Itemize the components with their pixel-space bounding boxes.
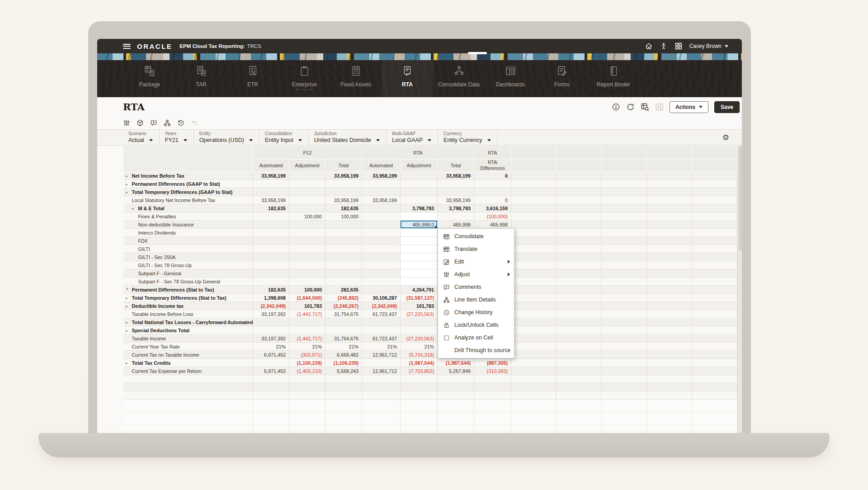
cell[interactable]: (2,240,267): [326, 302, 362, 310]
cell[interactable]: [253, 318, 289, 326]
cell[interactable]: [123, 375, 253, 383]
cell[interactable]: [474, 375, 511, 383]
cell[interactable]: 465,998.0: [401, 221, 438, 229]
cell[interactable]: [253, 188, 289, 196]
cell[interactable]: [647, 253, 692, 261]
cell[interactable]: (1,442,717): [289, 335, 326, 343]
save-button[interactable]: Save: [714, 101, 740, 113]
cell[interactable]: [692, 180, 737, 188]
row-label[interactable]: Current Year Tax Rate: [123, 343, 253, 351]
cell[interactable]: [557, 302, 602, 310]
nav-item-package[interactable]: Package: [124, 60, 175, 97]
cell[interactable]: [692, 196, 737, 204]
row-label[interactable]: ▸Total National Tax Losses - Carryforwar…: [123, 318, 253, 326]
cell[interactable]: [692, 212, 737, 221]
nav-item-forms[interactable]: Forms: [536, 60, 588, 97]
cell[interactable]: [602, 188, 647, 196]
history-icon[interactable]: [177, 119, 184, 127]
cell[interactable]: [557, 286, 602, 294]
cell[interactable]: [647, 335, 692, 343]
cell[interactable]: (27,220,563): [401, 310, 438, 318]
cell[interactable]: [647, 180, 692, 188]
nav-item-report-binder[interactable]: Report Binder: [588, 60, 639, 97]
cell[interactable]: (302,971): [289, 351, 326, 359]
cell[interactable]: 4,264,791: [401, 286, 438, 294]
pov-multi-gaap[interactable]: Multi-GAAPLocal GAAP: [387, 130, 438, 145]
cell[interactable]: [511, 335, 557, 343]
row-label[interactable]: Fines & Penalties: [123, 212, 253, 221]
cell[interactable]: 0: [474, 196, 511, 204]
pov-scenario[interactable]: ScenarioActual: [123, 130, 160, 145]
cell[interactable]: [647, 221, 692, 229]
cell[interactable]: [511, 286, 557, 294]
cell[interactable]: [557, 245, 602, 253]
cell[interactable]: [602, 286, 647, 294]
cell[interactable]: [289, 269, 326, 278]
cell[interactable]: 12,961,712: [362, 351, 401, 359]
cell[interactable]: [362, 180, 401, 188]
cell[interactable]: [647, 172, 692, 180]
cell[interactable]: 31,754,675: [326, 335, 362, 343]
cell[interactable]: [602, 294, 647, 302]
cell[interactable]: [511, 261, 557, 269]
cell[interactable]: [557, 375, 602, 383]
cell[interactable]: [692, 221, 737, 229]
vertical-scrollbar[interactable]: [737, 146, 742, 434]
cell[interactable]: [401, 188, 438, 196]
cell[interactable]: [253, 375, 289, 383]
pov-jurisdiction[interactable]: JurisdictionUnited States Domicile: [309, 130, 387, 145]
cell[interactable]: 3,616,159: [474, 204, 511, 212]
cell[interactable]: [557, 278, 602, 286]
cell[interactable]: [647, 188, 692, 196]
cell[interactable]: [602, 383, 647, 391]
cell[interactable]: [602, 302, 647, 310]
cell[interactable]: [253, 383, 289, 391]
row-label[interactable]: Current Tax on Taxable Income: [123, 351, 253, 359]
cell[interactable]: [253, 237, 289, 245]
cell[interactable]: [692, 359, 737, 367]
cell[interactable]: [692, 278, 737, 286]
cell[interactable]: [362, 188, 401, 196]
consolidate-cube-icon[interactable]: [137, 119, 144, 127]
cell[interactable]: [602, 318, 647, 326]
cell[interactable]: [602, 245, 647, 253]
cell[interactable]: [602, 367, 647, 375]
cell[interactable]: [557, 335, 602, 343]
cell[interactable]: [511, 294, 557, 302]
cell[interactable]: 33,958,199: [253, 196, 289, 204]
cell[interactable]: [289, 261, 326, 269]
cell[interactable]: 33,958,199: [326, 172, 362, 180]
cell[interactable]: 465,998: [438, 221, 474, 229]
cell[interactable]: [692, 245, 737, 253]
cell[interactable]: [438, 375, 474, 383]
menu-item-lock-unlock-cells[interactable]: Lock/Unlock Cells: [438, 319, 514, 331]
cell[interactable]: [602, 269, 647, 278]
row-label[interactable]: ▸Deductible Income tax: [123, 302, 253, 310]
cell[interactable]: [326, 188, 362, 196]
cell[interactable]: [401, 172, 438, 180]
cell[interactable]: [692, 172, 737, 180]
cell[interactable]: [511, 188, 557, 196]
cell[interactable]: 21%: [401, 343, 438, 351]
cell[interactable]: 100,000: [289, 212, 326, 221]
cell[interactable]: [602, 253, 647, 261]
cell[interactable]: [401, 253, 438, 261]
nav-item-enterprise[interactable]: EnterpriseJournals: [278, 60, 330, 97]
cell[interactable]: [647, 278, 692, 286]
cell[interactable]: 61,722,437: [362, 310, 401, 318]
cell[interactable]: 33,958,199: [326, 196, 362, 204]
pov-entity[interactable]: EntityOperations (USD): [194, 130, 259, 145]
cell[interactable]: [511, 318, 557, 326]
row-label[interactable]: ▸Total Temporary Differences (Stat to Ta…: [123, 294, 253, 302]
cell[interactable]: [692, 237, 737, 245]
cell[interactable]: [253, 391, 289, 400]
pov-consolidation[interactable]: ConsolidationEntity Input: [259, 130, 309, 145]
cell[interactable]: 6,971,452: [253, 367, 289, 375]
cell[interactable]: [557, 172, 602, 180]
cell[interactable]: [557, 310, 602, 318]
cell[interactable]: 33,958,199: [438, 172, 474, 180]
cell[interactable]: [511, 269, 557, 278]
cell[interactable]: [326, 261, 362, 269]
cell[interactable]: [253, 269, 289, 278]
cell[interactable]: [438, 180, 474, 188]
